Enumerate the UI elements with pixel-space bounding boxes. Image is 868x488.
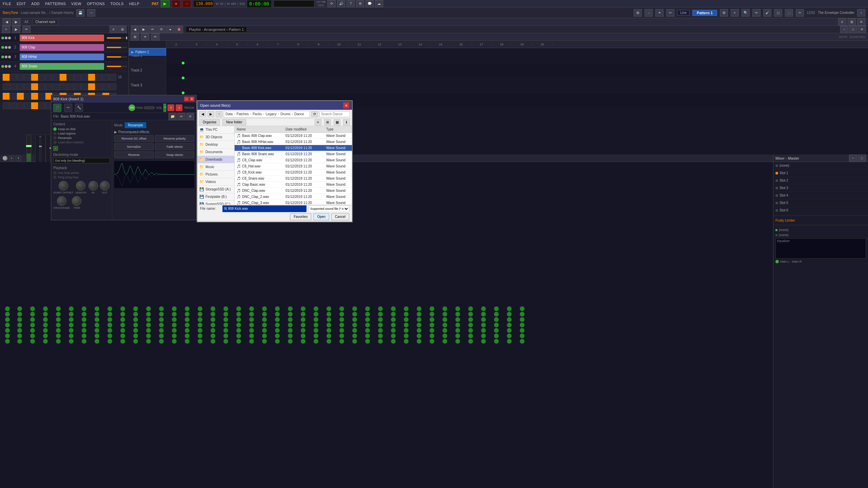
kick-step-5[interactable] <box>31 74 38 81</box>
ch-dot-4-1[interactable] <box>69 312 74 317</box>
ch-dot-4-6[interactable] <box>69 339 74 344</box>
ch-dot-16-4[interactable] <box>223 328 228 333</box>
reverse-btn[interactable]: Reverse <box>114 151 154 158</box>
ch-dot-29-2[interactable] <box>391 317 396 322</box>
ch-dot-29-5[interactable] <box>391 333 396 338</box>
sidebar-pictures[interactable]: 📁 Pictures <box>197 171 234 178</box>
ch-dot-29-3[interactable] <box>391 323 396 327</box>
load-regions-label[interactable]: Load regions <box>58 132 76 135</box>
ch-dot-38-2[interactable] <box>507 317 512 322</box>
mixer-slot-2[interactable]: Slot 2 <box>773 177 868 184</box>
pb-back[interactable]: ◀ <box>3 18 11 26</box>
ch-dot-19-2[interactable] <box>262 317 267 322</box>
organise-btn[interactable]: Organise <box>199 119 220 125</box>
ch2-led-green[interactable] <box>1 46 4 49</box>
ch-dot-7-0[interactable] <box>107 306 112 311</box>
ch-dot-37-3[interactable] <box>494 323 499 327</box>
clap-step-10[interactable] <box>67 83 74 90</box>
ch-dot-15-0[interactable] <box>211 306 215 311</box>
ch-dot-3-6[interactable] <box>56 339 61 344</box>
sidebar-music[interactable]: 📁 Music <box>197 163 234 171</box>
hihat-step-1[interactable] <box>3 93 9 100</box>
ch1-indicator[interactable]: 1 <box>176 104 182 111</box>
menu-help[interactable]: HELP <box>129 2 140 6</box>
ch-dot-14-3[interactable] <box>198 323 202 327</box>
ch-dot-28-6[interactable] <box>378 339 383 344</box>
ch-dot-8-2[interactable] <box>120 317 125 322</box>
pl-pencil[interactable]: ✏ <box>149 26 157 33</box>
file-row-3[interactable]: 🎵Basic 808 Snare.wav 01/12/2019 11:20 Wa… <box>235 151 352 157</box>
ch-dot-11-4[interactable] <box>159 328 164 333</box>
ch-dot-35-2[interactable] <box>468 317 473 322</box>
reverse-polarity-btn[interactable]: Reverse polarity <box>155 135 194 142</box>
ch-dot-20-0[interactable] <box>275 306 280 311</box>
ch-dot-20-1[interactable] <box>275 312 280 317</box>
snare-step-3[interactable] <box>17 102 24 109</box>
ch-dot-14-5[interactable] <box>198 333 202 338</box>
ch-dot-30-2[interactable] <box>404 317 409 322</box>
ch-dot-31-1[interactable] <box>417 312 421 317</box>
ch-dot-20-6[interactable] <box>275 339 280 344</box>
ch-dot-35-6[interactable] <box>468 339 473 344</box>
ch-dot-10-1[interactable] <box>146 312 151 317</box>
ch-send4-btn[interactable] <box>5 328 10 333</box>
ch-dot-7-4[interactable] <box>107 328 112 333</box>
ch-dot-4-4[interactable] <box>69 328 74 333</box>
ch-dot-17-1[interactable] <box>236 312 241 317</box>
ch-dot-7-1[interactable] <box>107 312 112 317</box>
vol-fader[interactable] <box>163 104 166 112</box>
ch-dot-36-1[interactable] <box>481 312 486 317</box>
ch-dot-34-3[interactable] <box>455 323 460 327</box>
ch-dot-2-2[interactable] <box>43 317 48 322</box>
ch-dot-28-2[interactable] <box>378 317 383 322</box>
kick-step-1[interactable] <box>3 74 9 81</box>
snap-btn[interactable]: ⌖ <box>731 9 739 17</box>
sidebar-storage-a[interactable]: 💾 StorageSSD (A:) <box>197 186 234 193</box>
ch-dot-28-5[interactable] <box>378 333 383 338</box>
ch-dot-6-3[interactable] <box>95 323 99 327</box>
ch2-button[interactable]: 808 Clap <box>20 44 104 51</box>
menu-options[interactable]: OPTIONS <box>87 2 105 6</box>
ch-dot-2-1[interactable] <box>43 312 48 317</box>
file-row-8[interactable]: 🎵Clap Basic.wav 01/12/2019 11:20 Wave So… <box>235 182 352 188</box>
ch-dot-17-4[interactable] <box>236 328 241 333</box>
ch-dot-27-0[interactable] <box>365 306 370 311</box>
ch-dot-36-5[interactable] <box>481 333 486 338</box>
ch-dot-4-5[interactable] <box>69 333 74 338</box>
ch-dot-24-4[interactable] <box>327 328 331 333</box>
ne-pencil[interactable]: ✏ <box>151 33 159 41</box>
ch-dot-17-5[interactable] <box>236 333 241 338</box>
sidebar-3d-objects[interactable]: 📁 3D Objects <box>197 134 234 141</box>
ch-dot-25-6[interactable] <box>339 339 344 344</box>
ch-dot-33-2[interactable] <box>442 317 447 322</box>
ch-dot-23-2[interactable] <box>314 317 318 322</box>
zoom-btn[interactable]: 🔍 <box>742 9 750 17</box>
mixer-slot-3[interactable]: Slot 3 <box>773 184 868 192</box>
ch-dot-29-6[interactable] <box>391 339 396 344</box>
ch-dot-22-6[interactable] <box>301 339 305 344</box>
ch-dot-27-1[interactable] <box>365 312 370 317</box>
file-row-11[interactable]: 🎵DNC_Clap_3.wav 01/12/2019 11:20 Wave So… <box>235 200 352 205</box>
pan-knob[interactable] <box>144 106 155 109</box>
sidebar-festplatte[interactable]: 💾 Festplatte (B:) <box>197 193 234 201</box>
file-folder-btn[interactable]: 📁 <box>169 113 177 120</box>
ch-dot-18-6[interactable] <box>249 339 254 344</box>
ch-dot-19-0[interactable] <box>262 306 267 311</box>
ch-dot-24-6[interactable] <box>327 339 331 344</box>
ch-dot-31-5[interactable] <box>417 333 421 338</box>
ch1-led-gray2[interactable] <box>8 37 11 39</box>
fx-heading-row[interactable]: ▶ Precomputed effects <box>114 130 194 134</box>
clap-step-11[interactable] <box>74 83 81 90</box>
ch-dot-14-0[interactable] <box>198 306 202 311</box>
mixer-slot-5[interactable]: Slot 5 <box>773 199 868 207</box>
clap-step-14[interactable] <box>95 83 102 90</box>
nav-up-btn[interactable]: ↑ <box>216 111 222 117</box>
play-button[interactable]: ▶ <box>161 0 170 7</box>
pl-mute[interactable]: 🔇 <box>175 26 183 33</box>
ch-dot-14-4[interactable] <box>198 328 202 333</box>
ch-dot-5-2[interactable] <box>82 317 86 322</box>
ch-dot-18-2[interactable] <box>249 317 254 322</box>
kick-step-14[interactable] <box>95 74 102 81</box>
slot2-btn[interactable]: 2 <box>16 156 21 161</box>
ch-dot-32-3[interactable] <box>430 323 434 327</box>
